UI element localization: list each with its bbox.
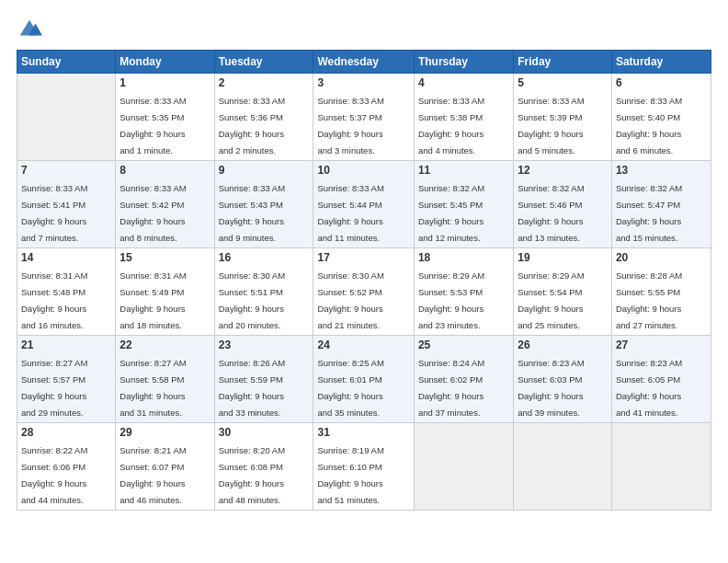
day-cell: 25Sunrise: 8:24 AM Sunset: 6:02 PM Dayli… [414, 336, 513, 423]
day-number: 7 [21, 164, 111, 177]
header-row: SundayMondayTuesdayWednesdayThursdayFrid… [17, 51, 711, 74]
day-number: 16 [219, 251, 310, 264]
day-number: 22 [119, 339, 210, 351]
day-number: 27 [616, 339, 707, 351]
day-detail: Sunrise: 8:32 AM Sunset: 5:46 PM Dayligh… [518, 183, 584, 243]
day-cell: 30Sunrise: 8:20 AM Sunset: 6:08 PM Dayli… [214, 423, 313, 511]
day-cell: 3Sunrise: 8:33 AM Sunset: 5:37 PM Daylig… [313, 74, 414, 161]
day-cell: 27Sunrise: 8:23 AM Sunset: 6:05 PM Dayli… [611, 336, 711, 423]
day-number: 4 [418, 76, 509, 89]
day-detail: Sunrise: 8:23 AM Sunset: 6:03 PM Dayligh… [518, 358, 584, 418]
day-number: 12 [518, 164, 608, 177]
day-number: 29 [119, 426, 210, 439]
day-cell: 12Sunrise: 8:32 AM Sunset: 5:46 PM Dayli… [514, 161, 612, 248]
day-detail: Sunrise: 8:27 AM Sunset: 5:57 PM Dayligh… [21, 358, 87, 418]
day-number: 19 [518, 251, 608, 264]
day-cell: 6Sunrise: 8:33 AM Sunset: 5:40 PM Daylig… [611, 74, 711, 161]
day-number: 13 [616, 164, 707, 177]
week-row-4: 21Sunrise: 8:27 AM Sunset: 5:57 PM Dayli… [17, 336, 711, 423]
day-number: 21 [21, 339, 111, 351]
day-detail: Sunrise: 8:26 AM Sunset: 5:59 PM Dayligh… [219, 358, 285, 418]
day-detail: Sunrise: 8:33 AM Sunset: 5:37 PM Dayligh… [317, 96, 383, 155]
day-cell: 13Sunrise: 8:32 AM Sunset: 5:47 PM Dayli… [611, 161, 711, 248]
day-number: 24 [317, 339, 409, 351]
day-cell: 15Sunrise: 8:31 AM Sunset: 5:49 PM Dayli… [116, 248, 214, 336]
day-cell: 11Sunrise: 8:32 AM Sunset: 5:45 PM Dayli… [414, 161, 513, 248]
day-detail: Sunrise: 8:27 AM Sunset: 5:58 PM Dayligh… [119, 358, 186, 418]
day-detail: Sunrise: 8:23 AM Sunset: 6:05 PM Dayligh… [616, 358, 682, 418]
day-detail: Sunrise: 8:30 AM Sunset: 5:52 PM Dayligh… [317, 270, 383, 330]
day-cell [611, 423, 711, 511]
week-row-3: 14Sunrise: 8:31 AM Sunset: 5:48 PM Dayli… [17, 248, 711, 336]
header-cell-saturday: Saturday [611, 51, 711, 74]
week-row-2: 7Sunrise: 8:33 AM Sunset: 5:41 PM Daylig… [17, 161, 711, 248]
day-detail: Sunrise: 8:29 AM Sunset: 5:53 PM Dayligh… [418, 270, 484, 330]
day-number: 8 [119, 164, 210, 177]
header-cell-tuesday: Tuesday [214, 51, 313, 74]
calendar-header: SundayMondayTuesdayWednesdayThursdayFrid… [17, 51, 711, 74]
day-cell: 28Sunrise: 8:22 AM Sunset: 6:06 PM Dayli… [17, 423, 116, 511]
day-number: 20 [616, 251, 707, 264]
day-detail: Sunrise: 8:33 AM Sunset: 5:43 PM Dayligh… [219, 183, 285, 243]
day-detail: Sunrise: 8:28 AM Sunset: 5:55 PM Dayligh… [616, 270, 682, 330]
day-number: 6 [616, 76, 707, 89]
day-detail: Sunrise: 8:33 AM Sunset: 5:36 PM Dayligh… [219, 96, 285, 155]
day-cell: 17Sunrise: 8:30 AM Sunset: 5:52 PM Dayli… [313, 248, 414, 336]
day-number: 23 [219, 339, 310, 351]
day-number: 18 [418, 251, 509, 264]
day-number: 15 [119, 251, 210, 264]
day-detail: Sunrise: 8:22 AM Sunset: 6:06 PM Dayligh… [21, 445, 87, 505]
day-cell: 22Sunrise: 8:27 AM Sunset: 5:58 PM Dayli… [116, 336, 214, 423]
day-cell: 24Sunrise: 8:25 AM Sunset: 6:01 PM Dayli… [313, 336, 414, 423]
day-detail: Sunrise: 8:21 AM Sunset: 6:07 PM Dayligh… [119, 445, 186, 505]
week-row-5: 28Sunrise: 8:22 AM Sunset: 6:06 PM Dayli… [17, 423, 711, 511]
day-number: 17 [317, 251, 409, 264]
day-detail: Sunrise: 8:33 AM Sunset: 5:44 PM Dayligh… [317, 183, 383, 243]
day-cell: 20Sunrise: 8:28 AM Sunset: 5:55 PM Dayli… [611, 248, 711, 336]
day-detail: Sunrise: 8:33 AM Sunset: 5:42 PM Dayligh… [119, 183, 186, 243]
day-number: 5 [518, 76, 608, 89]
day-cell: 21Sunrise: 8:27 AM Sunset: 5:57 PM Dayli… [17, 336, 116, 423]
calendar-body: 1Sunrise: 8:33 AM Sunset: 5:35 PM Daylig… [17, 74, 711, 511]
day-cell: 19Sunrise: 8:29 AM Sunset: 5:54 PM Dayli… [514, 248, 612, 336]
day-cell: 23Sunrise: 8:26 AM Sunset: 5:59 PM Dayli… [214, 336, 313, 423]
week-row-1: 1Sunrise: 8:33 AM Sunset: 5:35 PM Daylig… [17, 74, 711, 161]
day-number: 28 [21, 426, 111, 439]
day-number: 2 [219, 76, 310, 89]
day-number: 25 [418, 339, 509, 351]
header [17, 17, 711, 42]
day-cell [514, 423, 612, 511]
day-number: 11 [418, 164, 509, 177]
day-detail: Sunrise: 8:33 AM Sunset: 5:41 PM Dayligh… [21, 183, 87, 243]
day-number: 1 [119, 76, 210, 89]
header-cell-sunday: Sunday [17, 51, 116, 74]
day-detail: Sunrise: 8:31 AM Sunset: 5:48 PM Dayligh… [21, 270, 87, 330]
day-cell: 1Sunrise: 8:33 AM Sunset: 5:35 PM Daylig… [116, 74, 214, 161]
day-cell: 29Sunrise: 8:21 AM Sunset: 6:07 PM Dayli… [116, 423, 214, 511]
day-cell: 31Sunrise: 8:19 AM Sunset: 6:10 PM Dayli… [313, 423, 414, 511]
day-cell: 8Sunrise: 8:33 AM Sunset: 5:42 PM Daylig… [116, 161, 214, 248]
logo [17, 17, 46, 42]
logo-icon [17, 17, 42, 42]
day-number: 31 [317, 426, 409, 439]
header-cell-monday: Monday [116, 51, 214, 74]
calendar-page: SundayMondayTuesdayWednesdayThursdayFrid… [0, 0, 728, 563]
day-number: 3 [317, 76, 409, 89]
day-cell: 16Sunrise: 8:30 AM Sunset: 5:51 PM Dayli… [214, 248, 313, 336]
day-number: 9 [219, 164, 310, 177]
header-cell-friday: Friday [514, 51, 612, 74]
day-detail: Sunrise: 8:32 AM Sunset: 5:47 PM Dayligh… [616, 183, 682, 243]
day-detail: Sunrise: 8:20 AM Sunset: 6:08 PM Dayligh… [219, 445, 285, 505]
day-detail: Sunrise: 8:25 AM Sunset: 6:01 PM Dayligh… [317, 358, 383, 418]
day-cell: 14Sunrise: 8:31 AM Sunset: 5:48 PM Dayli… [17, 248, 116, 336]
day-detail: Sunrise: 8:29 AM Sunset: 5:54 PM Dayligh… [518, 270, 584, 330]
day-cell: 9Sunrise: 8:33 AM Sunset: 5:43 PM Daylig… [214, 161, 313, 248]
day-detail: Sunrise: 8:31 AM Sunset: 5:49 PM Dayligh… [119, 270, 186, 330]
day-number: 10 [317, 164, 409, 177]
day-cell [17, 74, 116, 161]
day-cell: 4Sunrise: 8:33 AM Sunset: 5:38 PM Daylig… [414, 74, 513, 161]
day-cell: 2Sunrise: 8:33 AM Sunset: 5:36 PM Daylig… [214, 74, 313, 161]
day-number: 30 [219, 426, 310, 439]
day-number: 26 [518, 339, 608, 351]
day-detail: Sunrise: 8:30 AM Sunset: 5:51 PM Dayligh… [219, 270, 285, 330]
